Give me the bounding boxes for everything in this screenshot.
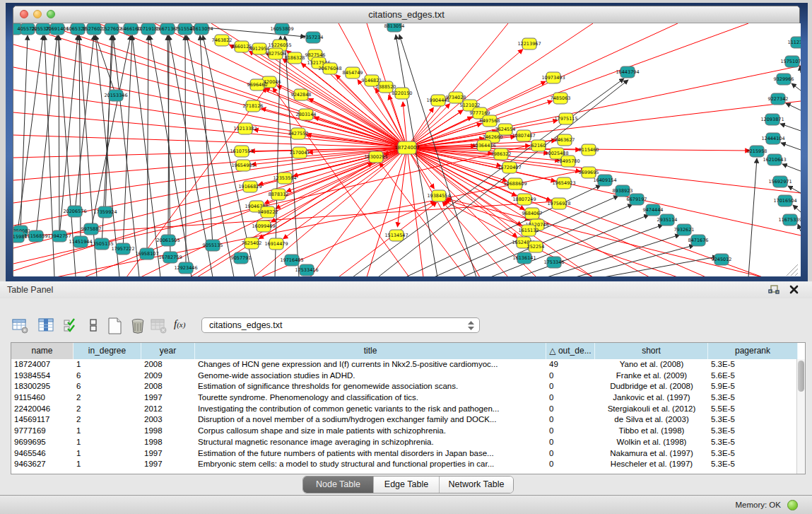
table-cell[interactable]: 2 [73, 414, 141, 426]
table-cell[interactable]: 0 [546, 437, 595, 448]
table-cell[interactable]: Hescheler et al. (1997) [595, 459, 708, 470]
resize-grip[interactable] [795, 273, 798, 276]
table-cell[interactable]: 1 [73, 459, 141, 470]
tab-network-table[interactable]: Network Table [440, 477, 513, 493]
table-cell[interactable]: 1997 [141, 459, 195, 470]
table-cell[interactable]: Nakamura et al. (1997) [595, 448, 708, 460]
table-cell[interactable]: 9463627 [11, 459, 73, 470]
table-row[interactable]: 946362711997Embryonic stem cells: a mode… [11, 459, 798, 470]
column-header-in-degree[interactable]: in_degree [73, 343, 141, 359]
table-row[interactable]: 977716911998Corpus callosum shape and si… [11, 426, 798, 437]
scrollbar-thumb[interactable] [798, 361, 804, 392]
table-cell[interactable]: 2012 [141, 404, 195, 415]
table-row[interactable]: 2242004622012Investigating the contribut… [11, 404, 798, 415]
table-cell[interactable]: 2003 [141, 414, 195, 426]
table-cell[interactable]: 1998 [141, 437, 195, 448]
network-window-titlebar[interactable]: citations_edges.txt [13, 6, 799, 23]
table-cell[interactable]: 1 [73, 448, 141, 460]
tab-node-table[interactable]: Node Table [303, 477, 374, 493]
table-cell[interactable]: 1 [73, 359, 141, 370]
table-cell[interactable]: 22420046 [11, 404, 73, 415]
table-row[interactable]: 969969511998Structural magnetic resonanc… [11, 437, 798, 448]
table-row[interactable]: 1938455462009Genome-wide association stu… [11, 370, 798, 382]
table-cell[interactable]: 5.9E-5 [708, 381, 798, 392]
table-settings-icon[interactable] [11, 317, 30, 335]
table-cell[interactable]: 5.5E-5 [708, 404, 798, 415]
table-cell[interactable]: Changes of HCN gene expression and I(f) … [195, 359, 546, 370]
table-cell[interactable]: Stergiakouli et al. (2012) [595, 404, 708, 415]
table-row[interactable]: 911546021997Tourette syndrome. Phenomeno… [11, 392, 798, 404]
table-cell[interactable]: 6 [73, 381, 141, 392]
table-vertical-scrollbar[interactable] [796, 359, 805, 474]
table-cell[interactable]: Genome-wide association studies in ADHD. [195, 370, 546, 382]
create-table-icon[interactable] [106, 317, 124, 335]
table-cell[interactable]: 5.6E-5 [708, 370, 798, 382]
resize-grip[interactable] [791, 269, 798, 276]
table-cell[interactable]: 0 [546, 404, 595, 415]
table-cell[interactable]: 2 [73, 404, 141, 415]
column-header-pagerank[interactable]: pagerank [708, 343, 798, 359]
table-cell[interactable]: 5.3E-5 [708, 392, 798, 404]
table-cell[interactable]: Investigating the contribution of common… [195, 404, 546, 415]
citation-graph[interactable]: 4055724205537242069140610653287152760211… [13, 23, 801, 276]
table-cell[interactable]: 0 [546, 459, 595, 470]
float-panel-icon[interactable] [767, 284, 780, 296]
tab-edge-table[interactable]: Edge Table [374, 477, 440, 493]
table-cell[interactable]: 1997 [141, 448, 195, 460]
table-cell[interactable]: Yano et al. (2008) [595, 359, 708, 370]
table-cell[interactable]: Jankovic et al. (1997) [595, 392, 708, 404]
row-height-icon[interactable] [85, 317, 103, 335]
close-panel-icon[interactable] [789, 284, 800, 296]
table-cell[interactable]: 9465546 [11, 448, 73, 460]
table-cell[interactable]: Corpus callosum shape and size in male p… [195, 426, 546, 437]
table-cell[interactable]: 1 [73, 437, 141, 448]
table-cell[interactable]: 5.3E-5 [708, 414, 798, 426]
table-cell[interactable]: 0 [546, 448, 595, 460]
table-source-dropdown[interactable]: citations_edges.txt [201, 317, 480, 333]
table-cell[interactable]: 9115460 [11, 392, 73, 404]
column-header-year[interactable]: year [141, 343, 195, 359]
table-cell[interactable]: 2009 [141, 370, 195, 382]
table-cell[interactable]: Franke et al. (2009) [595, 370, 708, 382]
table-cell[interactable]: Embryonic stem cells: a model to study s… [195, 459, 546, 470]
table-row[interactable]: 1456911722003Disruption of a novel membe… [11, 414, 798, 426]
column-header-title[interactable]: title [195, 343, 546, 359]
table-cell[interactable]: de Silva et al. (2003) [595, 414, 708, 426]
table-cell[interactable]: 5.3E-5 [708, 448, 798, 460]
table-cell[interactable]: Tibbo et al. (1998) [595, 426, 708, 437]
table-cell[interactable]: 0 [546, 381, 595, 392]
table-cell[interactable]: 5.3E-5 [708, 437, 798, 448]
table-cell[interactable]: 0 [546, 414, 595, 426]
table-cell[interactable]: Structural magnetic resonance image aver… [195, 437, 546, 448]
table-cell[interactable]: Disruption of a novel member of a sodium… [195, 414, 546, 426]
table-cell[interactable]: Wolkin et al. (1998) [595, 437, 708, 448]
table-cell[interactable]: 5.3E-5 [708, 459, 798, 470]
table-cell[interactable]: 18300295 [11, 381, 73, 392]
table-cell[interactable]: 9699695 [11, 437, 73, 448]
table-cell[interactable]: 0 [546, 392, 595, 404]
table-row[interactable]: 946554611997Estimation of the future num… [11, 448, 798, 460]
table-cell[interactable]: 5.3E-5 [708, 426, 798, 437]
table-cell[interactable]: 2008 [141, 381, 195, 392]
column-header-short[interactable]: short [595, 343, 708, 359]
table-cell[interactable]: 5.3E-5 [708, 359, 798, 370]
table-cell[interactable]: 0 [546, 426, 595, 437]
table-cell[interactable]: Estimation of significance thresholds fo… [195, 381, 546, 392]
table-row[interactable]: 1830029562008Estimation of significance … [11, 381, 798, 392]
network-canvas[interactable]: 4055724205537242069140610653287152760211… [13, 23, 801, 276]
select-rows-icon[interactable] [62, 317, 81, 335]
delete-rows-icon[interactable] [129, 317, 147, 335]
table-cell[interactable]: 2 [73, 392, 141, 404]
memory-ok-indicator[interactable] [787, 500, 798, 510]
table-cell[interactable]: 9777169 [11, 426, 73, 437]
table-cell[interactable]: 19384554 [11, 370, 73, 382]
table-cell[interactable]: 1 [73, 426, 141, 437]
column-header-out-degree[interactable]: △ out_de... [546, 343, 595, 359]
delete-table-icon[interactable] [150, 317, 168, 335]
table-cell[interactable]: Dudbridge et al. (2008) [595, 381, 708, 392]
table-cell[interactable]: 1997 [141, 392, 195, 404]
table-cell[interactable]: 49 [546, 359, 595, 370]
table-cell[interactable]: Tourette syndrome. Phenomenology and cla… [195, 392, 546, 404]
table-cell[interactable]: 18724007 [11, 359, 73, 370]
column-header-name[interactable]: name [11, 343, 73, 359]
